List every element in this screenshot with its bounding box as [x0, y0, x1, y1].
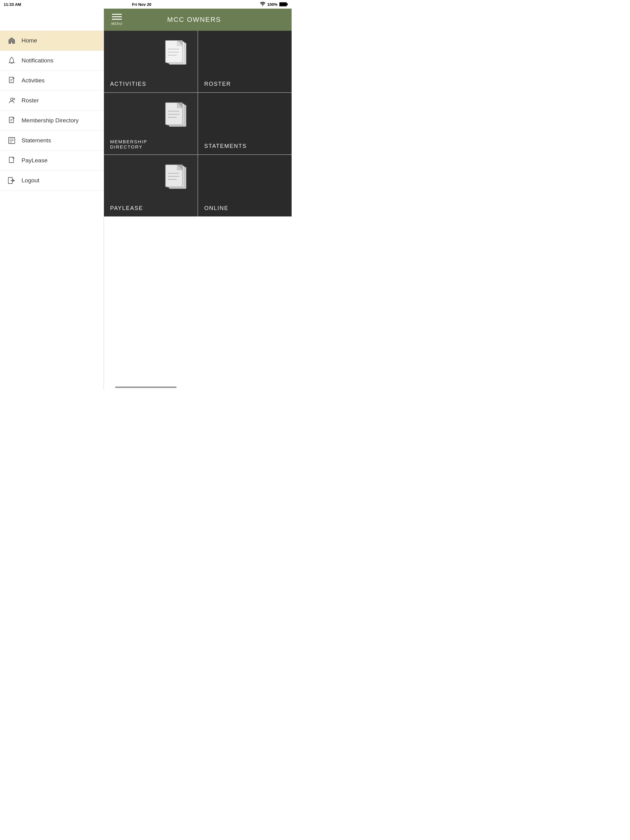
- home-icon: [7, 36, 16, 45]
- sidebar-item-notifications-label: Notifications: [22, 57, 54, 64]
- svg-point-8: [13, 98, 15, 100]
- paylease-icon: [7, 156, 16, 165]
- grid: ACTIVITIES: [104, 31, 291, 216]
- status-date: Fri Nov 20: [132, 2, 151, 7]
- grid-cell-activities-label: ACTIVITIES: [110, 81, 146, 87]
- sidebar-item-home-label: Home: [22, 37, 37, 44]
- sidebar-item-paylease[interactable]: PayLease: [0, 151, 104, 171]
- svg-rect-1: [280, 3, 287, 6]
- battery-icon: [279, 2, 288, 6]
- app-container: Home Notifications: [0, 9, 291, 390]
- white-area: [104, 216, 291, 278]
- activities-doc-icon: [164, 41, 192, 76]
- sidebar-item-activities[interactable]: Activities: [0, 71, 104, 91]
- status-bar: 11:33 AM Fri Nov 20 100%: [0, 0, 291, 9]
- grid-cell-online[interactable]: ONLINE: [198, 155, 291, 216]
- menu-button[interactable]: MENU: [111, 14, 122, 25]
- membership-directory-doc-icon: [164, 103, 192, 138]
- activities-icon: [7, 76, 16, 85]
- main-area: MENU MCC OWNERS ACTIVITIES: [104, 9, 291, 390]
- grid-cell-membership-directory-label: MEMBERSHIP DIRECTORY: [110, 139, 155, 149]
- wifi-icon: [260, 2, 266, 7]
- grid-cell-roster[interactable]: ROSTER: [198, 31, 291, 92]
- sidebar-item-statements-label: Statements: [22, 137, 51, 144]
- sidebar-nav: Home Notifications: [0, 31, 104, 390]
- sidebar-item-statements[interactable]: Statements: [0, 131, 104, 151]
- bell-icon: [7, 56, 16, 65]
- menu-label: MENU: [111, 22, 122, 25]
- logout-icon: [7, 176, 16, 185]
- sidebar-item-roster-label: Roster: [22, 97, 39, 104]
- menu-bar-3: [112, 19, 122, 20]
- menu-bar-2: [112, 16, 122, 17]
- grid-cell-membership-directory[interactable]: MEMBERSHIP DIRECTORY: [104, 93, 198, 154]
- svg-rect-2: [287, 3, 288, 5]
- sidebar-item-paylease-label: PayLease: [22, 157, 47, 164]
- grid-cell-online-label: ONLINE: [204, 205, 229, 212]
- sidebar-item-membership-directory-label: Membership Directory: [22, 117, 79, 124]
- sidebar-item-logout[interactable]: Logout: [0, 171, 104, 191]
- grid-cell-statements[interactable]: STATEMENTS: [198, 93, 291, 154]
- status-time: 11:33 AM: [4, 2, 21, 7]
- roster-icon: [7, 96, 16, 105]
- sidebar-item-membership-directory[interactable]: Membership Directory: [0, 111, 104, 131]
- statements-icon: [7, 136, 16, 145]
- grid-container: ACTIVITIES: [104, 31, 291, 390]
- header: MENU MCC OWNERS: [104, 9, 291, 31]
- sidebar-logo-area: [0, 9, 104, 31]
- menu-bar-1: [112, 14, 122, 15]
- sidebar-item-notifications[interactable]: Notifications: [0, 51, 104, 71]
- membership-directory-icon: [7, 116, 16, 125]
- sidebar-item-roster[interactable]: Roster: [0, 91, 104, 111]
- grid-cell-activities[interactable]: ACTIVITIES: [104, 31, 198, 92]
- home-indicator: [115, 387, 177, 388]
- paylease-doc-icon: [164, 165, 192, 200]
- grid-cell-roster-label: ROSTER: [204, 81, 231, 87]
- sidebar-item-activities-label: Activities: [22, 77, 44, 84]
- battery-percentage: 100%: [268, 2, 277, 7]
- grid-cell-statements-label: STATEMENTS: [204, 143, 247, 149]
- sidebar: Home Notifications: [0, 9, 104, 390]
- grid-cell-paylease-label: PAYLEASE: [110, 205, 143, 212]
- sidebar-item-home[interactable]: Home: [0, 31, 104, 51]
- sidebar-item-logout-label: Logout: [22, 177, 40, 184]
- header-title: MCC OWNERS: [167, 16, 221, 24]
- grid-cell-paylease[interactable]: PAYLEASE: [104, 155, 198, 216]
- svg-point-7: [11, 98, 13, 101]
